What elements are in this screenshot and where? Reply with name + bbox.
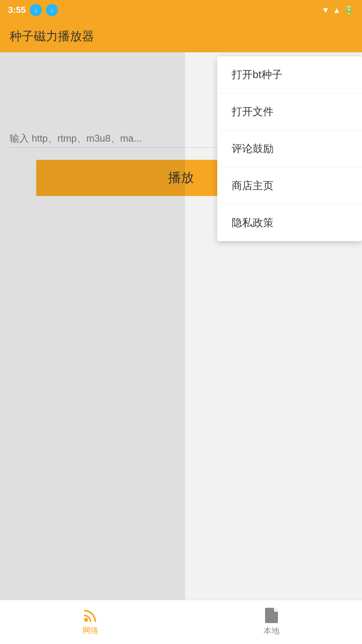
local-icon [265, 608, 278, 623]
download1-icon: ↓ [30, 4, 42, 16]
signal-icon: ▲ [333, 6, 341, 15]
network-icon [83, 608, 98, 623]
dropdown-menu: 打开bt种子 打开文件 评论鼓励 商店主页 隐私政策 [217, 56, 362, 241]
nav-item-local[interactable]: 本地 [263, 608, 280, 636]
battery-icon: 🔋 [344, 5, 354, 15]
wifi-icon: ▼ [321, 6, 329, 15]
status-right: ▼ ▲ 🔋 [321, 5, 354, 15]
status-bar: 3:55 ↓ ↓ ▼ ▲ 🔋 [0, 0, 362, 20]
menu-item-open-bt[interactable]: 打开bt种子 [217, 56, 362, 93]
menu-overlay[interactable] [0, 52, 185, 600]
menu-item-store[interactable]: 商店主页 [217, 167, 362, 204]
status-left: 3:55 ↓ ↓ [8, 4, 58, 16]
nav-label-network: 网络 [82, 625, 99, 636]
menu-item-open-file[interactable]: 打开文件 [217, 93, 362, 130]
status-time: 3:55 [8, 5, 26, 15]
nav-label-local: 本地 [263, 625, 280, 636]
nav-item-network[interactable]: 网络 [82, 608, 99, 636]
download2-icon: ↓ [46, 4, 58, 16]
app-title: 种子磁力播放器 [10, 28, 94, 45]
menu-item-review[interactable]: 评论鼓励 [217, 130, 362, 167]
bottom-nav: 网络 本地 [0, 600, 362, 644]
menu-item-privacy[interactable]: 隐私政策 [217, 204, 362, 241]
app-bar: 种子磁力播放器 [0, 20, 362, 52]
